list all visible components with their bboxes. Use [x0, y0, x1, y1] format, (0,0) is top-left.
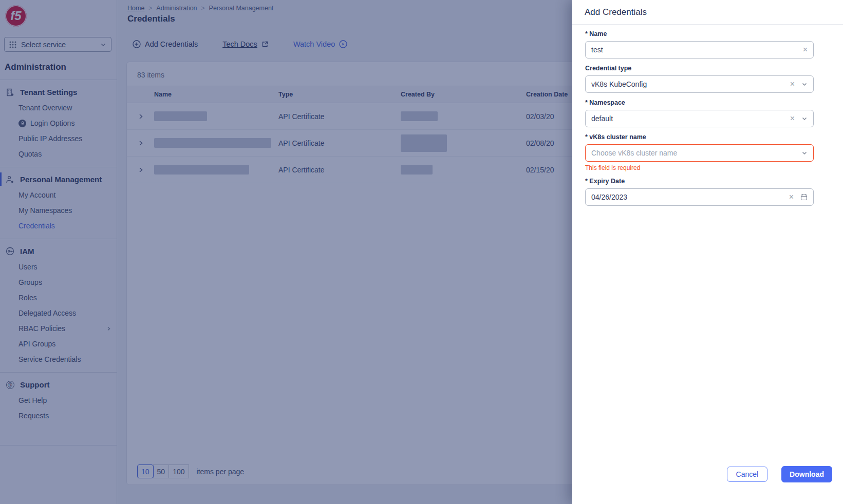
cluster-name-placeholder: Choose vK8s cluster name [591, 149, 677, 157]
name-input[interactable] [591, 46, 780, 54]
namespace-value: default [591, 114, 613, 123]
namespace-field-group: * Namespace default × [585, 99, 814, 127]
name-input-wrap: × [585, 41, 814, 59]
add-credentials-drawer: Add Credentials * Name × Credential type… [572, 0, 843, 504]
cluster-name-field-group: * vK8s cluster name Choose vK8s cluster … [585, 133, 814, 171]
calendar-icon[interactable] [800, 193, 808, 201]
credential-type-select[interactable]: vK8s KubeConfig × [585, 75, 814, 93]
download-button[interactable]: Download [781, 466, 832, 482]
chevron-down-icon[interactable] [801, 115, 808, 122]
expiry-date-input[interactable] [591, 193, 780, 201]
chevron-down-icon[interactable] [801, 81, 808, 87]
clear-icon[interactable]: × [789, 193, 794, 201]
cancel-button[interactable]: Cancel [727, 467, 768, 482]
chevron-down-icon[interactable] [801, 150, 808, 156]
drawer-footer: Cancel Download [727, 466, 832, 482]
drawer-body: * Name × Credential type vK8s KubeConfig… [572, 25, 843, 206]
cluster-name-label: * vK8s cluster name [585, 133, 814, 141]
clear-icon[interactable]: × [790, 80, 795, 88]
namespace-select[interactable]: default × [585, 110, 814, 127]
credential-type-value: vK8s KubeConfig [591, 80, 647, 88]
namespace-label: * Namespace [585, 99, 814, 106]
drawer-title: Add Credentials [572, 0, 843, 25]
expiry-date-field-group: * Expiry Date × [585, 178, 814, 206]
expiry-date-input-wrap: × [585, 188, 814, 206]
name-field-group: * Name × [585, 30, 814, 59]
clear-icon[interactable]: × [790, 114, 795, 123]
credential-type-label: Credential type [585, 65, 814, 72]
clear-icon[interactable]: × [803, 46, 808, 54]
credential-type-field-group: Credential type vK8s KubeConfig × [585, 65, 814, 93]
name-label: * Name [585, 30, 814, 37]
cluster-name-select[interactable]: Choose vK8s cluster name [585, 144, 814, 162]
expiry-date-label: * Expiry Date [585, 178, 814, 185]
cluster-name-error: This field is required [585, 164, 814, 171]
modal-dim-overlay [0, 0, 572, 504]
